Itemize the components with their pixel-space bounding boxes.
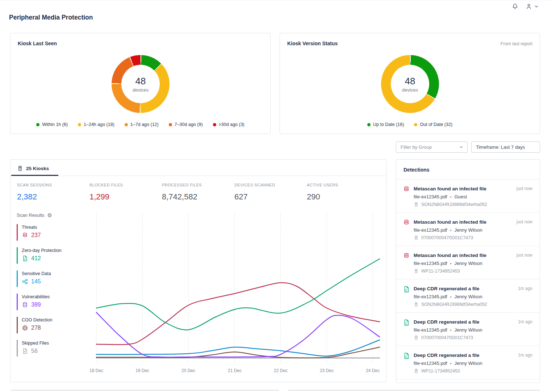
metascan-layers-icon [403,252,410,260]
scan-result-item[interactable]: Skipped Files 56 [17,340,93,357]
scan-result-item[interactable]: Zero-day Protection 412 [17,247,93,264]
stat-value: 1,299 [89,192,162,202]
detection-title: Metascan found an infected file [414,219,514,225]
detection-kiosk-id: 070007000470D01C7473 [421,235,473,240]
detections-title: Detections [403,167,430,173]
scan-result-item[interactable]: COO Detection 278 [17,317,93,333]
card-title: Kiosk Last Seen [18,41,57,46]
dot-separator: • [450,295,452,299]
timeframe-label: Timeframe: Last 7 days [476,144,525,150]
user-icon [525,3,532,10]
donut-center: 48 devices [112,55,170,113]
donut-label: devices [133,87,149,93]
scan-result-label: Zero-day Protection [22,247,93,253]
scan-result-value: 412 [31,255,41,262]
donut-label: devices [402,87,418,93]
stat: SCAN SESSIONS 2,382 [17,183,89,202]
scan-result-item[interactable]: Vulnerabilities 389 [17,294,93,310]
legend-dot [414,123,417,126]
legend-dot [125,123,128,126]
detection-title: Metascan found an infected file [414,186,514,191]
detection-file: file-ex12345.pdf [414,361,447,366]
detection-item[interactable]: Metascan found an infected file just now… [396,246,540,279]
scan-result-item[interactable]: Sensitive Data 145 [17,270,93,287]
version-status-donut: 48 devices [381,55,439,113]
cdr-file-icon [403,352,410,359]
detection-time: just now [517,219,532,224]
x-axis-label: 21 Dec [220,368,249,373]
scan-result-label: Skipped Files [22,340,93,346]
series-line-zero-day-protection [96,259,380,330]
dot-separator: • [450,328,452,332]
detection-item[interactable]: Deep CDR regenerated a file 1m ago file-… [396,313,540,346]
scan-result-value: 145 [31,278,41,285]
scan-results-chart: 18 Dec19 Dec20 Dec21 Dec22 Dec23 Dec24 D… [95,212,380,379]
scan-result-label: Threats [22,224,93,230]
legend-label: >30d ago (3) [219,122,244,127]
detection-item[interactable]: Deep CDR regenerated a file 1m ago file-… [396,279,540,313]
kiosk-icon [414,368,419,374]
donut-value: 48 [405,76,415,87]
stat-value: 290 [307,192,379,202]
scan-result-label: Sensitive Data [22,270,93,276]
x-axis-label: 22 Dec [266,368,295,373]
detections-panel: Detections Metascan found an infected fi… [396,159,540,383]
stat-label: BLOCKED FILES [89,183,162,187]
cdr-file-icon [403,286,410,293]
legend-label: Within 1h (6) [42,122,68,127]
legend-item: 1–24h ago (18) [78,122,114,127]
detection-item[interactable]: Metascan found an infected file just now… [396,213,540,246]
scan-result-item[interactable]: Threats 237 [17,224,93,241]
series-color-bar [17,340,18,357]
dashboard-page: Peripheral Media Protection Kiosk Last S… [0,0,552,392]
detection-user: Jenny Wilson [454,327,482,333]
x-axis-label: 20 Dec [174,368,203,373]
legend-label: 1–7d ago (12) [130,122,159,127]
detection-time: just now [517,186,532,191]
stat: DEVICES SCANNED 627 [234,183,307,202]
series-line-vulnerabilities [96,312,380,357]
detection-user: Jenny Wilson [454,294,482,299]
x-axis-label: 19 Dec [128,368,157,373]
legend-item: Up to Date (16) [367,122,404,127]
series-line-threats [96,283,380,345]
stat-value: 8,742,582 [162,192,234,202]
legend-item: 1–7d ago (12) [125,122,159,127]
timeframe-select[interactable]: Timeframe: Last 7 days [471,142,540,153]
gear-icon[interactable]: ⚙ [47,212,52,218]
detection-item[interactable]: Deep CDR regenerated a file 1m ago file-… [396,346,540,379]
scan-result-value: 237 [31,232,41,239]
user-menu[interactable] [525,3,539,10]
stat-value: 627 [234,192,307,202]
series-color-bar [17,224,18,241]
legend-item: >30d ago (3) [213,122,244,127]
detection-user: Jenny Wilson [454,227,482,233]
detection-kiosk-id: 070007000470D01C7473 [421,335,473,340]
kiosk-icon [17,165,23,172]
stat: BLOCKED FILES 1,299 [89,183,162,202]
detection-user: Jenny Wilson [454,261,482,266]
detection-user: Jenny Wilson [454,361,482,366]
x-axis-label: 24 Dec [358,368,387,373]
detection-time: just now [517,253,532,258]
last-seen-legend: Within 1h (6) 1–24h ago (18) 1–7d ago (1… [11,122,270,127]
top-divider [0,0,552,0]
x-axis-label: 23 Dec [312,368,341,373]
kiosks-panel: 25 Kiosks SCAN SESSIONS 2,382 BLOCKED FI… [10,159,386,382]
detections-list: Metascan found an infected file just now… [396,180,540,379]
filter-by-group-select[interactable]: Filter by Group [396,142,468,153]
page-title: Peripheral Media Protection [9,14,93,21]
detection-time: 1m ago [518,286,532,291]
scan-result-value: 278 [31,325,41,331]
kiosk-icon [414,269,419,274]
donut-value: 48 [135,76,146,87]
kiosk-icon [414,335,419,340]
bell-icon[interactable] [511,3,519,10]
tab-kiosks[interactable]: 25 Kiosks [17,165,49,172]
kiosk-icon [414,235,419,240]
file-x-icon [22,348,28,354]
detection-item[interactable]: Metascan found an infected file just now… [396,180,540,213]
below-fold-card-top [288,390,540,391]
stat-label: DEVICES SCANNED [234,183,307,187]
kiosk-version-status-card: Kiosk Version Status From last report 48… [280,33,540,134]
